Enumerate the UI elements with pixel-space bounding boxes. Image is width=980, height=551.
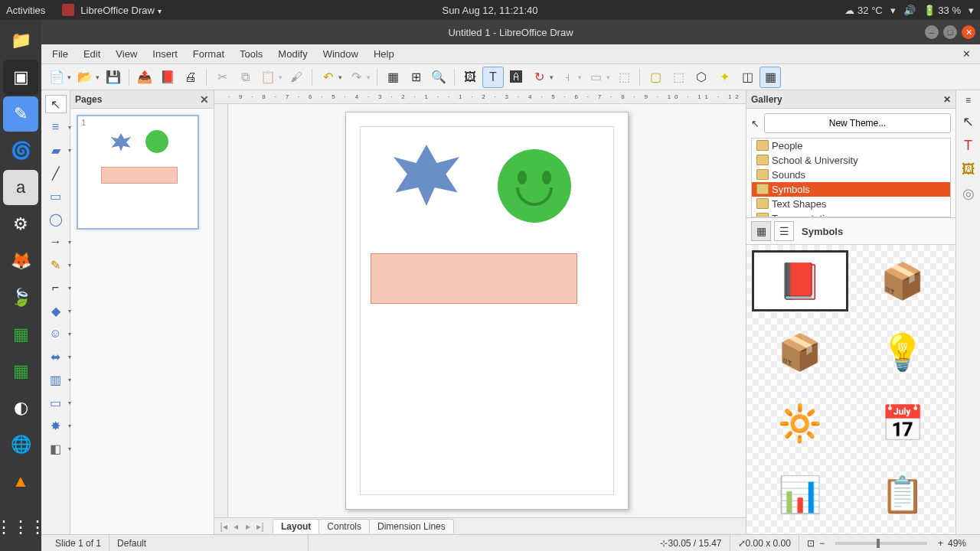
save-button[interactable]: 💾 [103,67,124,88]
gallery-item-book[interactable]: 📕 [753,251,848,311]
distribute-button[interactable]: ⬚ [613,67,635,88]
sound-icon[interactable]: 🔊 [903,5,916,16]
gallery-toggle-button[interactable]: ▦ [760,67,781,88]
callout-tool[interactable]: ▭▾ [45,393,67,412]
zoom-slider[interactable] [835,542,927,545]
line-color-tool[interactable]: ≡▾ [45,118,67,136]
gallery-grid-view-icon[interactable]: ▦ [751,221,771,241]
tab-nav-last[interactable]: ▸| [254,521,266,532]
document-close-icon[interactable]: ✕ [962,48,975,60]
theme-item-school[interactable]: School & University [752,153,950,168]
image-button[interactable]: 🖼 [459,67,481,88]
menu-tools[interactable]: Tools [234,46,269,62]
dock-vlc[interactable]: ▲ [3,464,38,499]
menu-modify[interactable]: Modify [272,46,313,62]
gallery-list-view-icon[interactable]: ☰ [774,221,794,241]
gallery-items-grid[interactable]: 📕 📦 📦 💡 🔆 📅 📊 📋 [746,245,956,534]
dock-files[interactable]: 📁 [3,23,38,58]
zoom-button[interactable]: 🔍 [428,67,449,88]
dock-gimp[interactable]: 🦊 [3,243,38,279]
snap-button[interactable]: ⊞ [405,67,426,88]
shape-rectangle[interactable] [371,253,577,304]
basic-shapes-tool[interactable]: ◆▾ [45,302,67,320]
maximize-button[interactable]: □ [943,25,957,39]
dock-apps[interactable]: ⋮⋮⋮ [3,510,38,545]
dock-terminal[interactable]: ▣ [3,60,38,95]
rotate-button[interactable]: ↻ [528,67,550,88]
pdf-button[interactable]: 📕 [157,67,178,88]
dock-settings[interactable]: ⚙ [3,207,38,242]
tab-dimension[interactable]: Dimension Lines [369,519,454,533]
sidebar-styles-icon[interactable]: T [964,138,972,154]
weather-indicator[interactable]: ☁ 32 °C [844,5,882,16]
tab-nav-prev[interactable]: ◂ [230,521,242,532]
line-tool[interactable]: ╱ [45,164,67,182]
sidebar-properties-icon[interactable]: ↖ [962,113,974,130]
paste-button[interactable]: 📋 [257,67,279,88]
menu-insert[interactable]: Insert [146,46,184,62]
cut-button[interactable]: ✂ [211,67,233,88]
tab-nav-next[interactable]: ▸ [242,521,254,532]
new-button[interactable]: 📄 [46,67,67,88]
theme-item-transportation[interactable]: Transportation [752,211,950,217]
dock-calc[interactable]: ▦ [3,317,38,352]
wifi-icon[interactable]: ▾ [890,5,896,16]
block-arrows-tool[interactable]: ⬌▾ [45,347,67,366]
gallery-close-icon[interactable]: ✕ [943,94,951,105]
pages-panel-close-icon[interactable]: ✕ [200,93,209,106]
app-name[interactable]: LibreOffice Draw ▾ [80,5,161,16]
curve-tool[interactable]: ✎▾ [45,256,67,274]
dock-draw[interactable]: ✎ [3,96,38,132]
shadow-button[interactable]: ▢ [645,67,666,88]
tab-nav-first[interactable]: |◂ [217,521,230,532]
menu-format[interactable]: Format [187,46,230,62]
shape-smiley[interactable] [498,149,571,223]
zoom-controls[interactable]: ⊡ − + 49% [799,535,974,551]
theme-item-textshapes[interactable]: Text Shapes [752,197,950,211]
gallery-item-chart[interactable]: 📊 [753,465,848,524]
gluepoints-button[interactable]: ✦ [714,67,735,88]
export-button[interactable]: 📤 [134,67,155,88]
rectangle-tool[interactable]: ▭ [45,187,67,205]
gallery-item-clipboard[interactable]: 📋 [855,465,950,524]
clone-button[interactable]: 🖌 [286,67,307,88]
drawing-page[interactable] [345,112,629,510]
horizontal-ruler[interactable]: · 9 · 8 · 7 · 6 · 5 · 4 · 3 · 2 · 1 · · … [214,90,746,104]
sidebar-gallery-icon[interactable]: 🖼 [962,161,975,178]
dock-app1[interactable]: 🌀 [3,133,38,168]
sidebar-expand-icon[interactable]: ≡ [965,95,971,106]
redo-button[interactable]: ↷ [345,67,367,88]
gallery-item-brightbulb[interactable]: 🔆 [753,393,848,453]
menu-window[interactable]: Window [317,46,364,62]
grid-button[interactable]: ▦ [382,67,403,88]
ellipse-tool[interactable]: ◯ [45,210,67,228]
menu-file[interactable]: File [46,46,74,62]
copy-button[interactable]: ⧉ [234,67,256,88]
dock-browser[interactable]: 🌐 [3,427,38,462]
page-thumbnail-1[interactable] [77,115,199,230]
status-style[interactable]: Default [109,535,309,551]
tab-controls[interactable]: Controls [318,519,370,533]
theme-item-symbols[interactable]: Symbols [752,182,950,197]
theme-item-sounds[interactable]: Sounds [752,168,950,182]
system-caret[interactable]: ▾ [969,5,974,16]
open-button[interactable]: 📂 [74,67,96,88]
sidebar-navigator-icon[interactable]: ◎ [962,185,975,202]
extrusion-button[interactable]: ◫ [737,67,758,88]
activities-button[interactable]: Activities [6,5,45,16]
textbox-button[interactable]: T [482,67,504,88]
select-tool[interactable]: ↖ [45,95,67,113]
align-button[interactable]: ⫞ [557,67,578,88]
menu-view[interactable]: View [109,46,143,62]
dock-app2[interactable]: 🍃 [3,280,38,315]
crop-button[interactable]: ⬚ [668,67,689,88]
dock-app4[interactable]: ◐ [3,390,38,425]
menu-help[interactable]: Help [368,46,400,62]
new-theme-button[interactable]: New Theme... [764,113,951,133]
arrow-tool[interactable]: →▾ [45,233,67,251]
tab-layout[interactable]: Layout [273,519,319,533]
battery-indicator[interactable]: 🔋 33 % [923,5,961,16]
zoom-fit-icon[interactable]: ⊡ [807,538,815,549]
3d-tool[interactable]: ◧▾ [45,439,67,458]
theme-list[interactable]: People School & University Sounds Symbol… [751,138,951,217]
